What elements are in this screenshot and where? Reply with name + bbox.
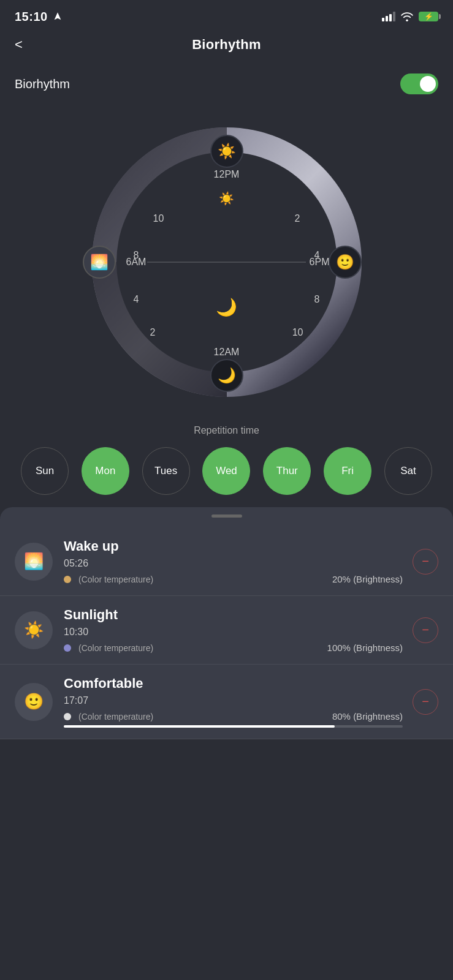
schedule-item: 🙂Comfortable17:07(Color temperature)80% … <box>0 665 453 739</box>
day-btn-mon[interactable]: Mon <box>82 447 129 495</box>
schedule-name: Wake up <box>64 538 403 554</box>
moon-handle[interactable]: 🌙 <box>210 359 243 392</box>
battery-icon: ⚡ <box>419 12 438 21</box>
day-btn-sun[interactable]: Sun <box>21 447 69 495</box>
header: < Biorhythm <box>0 31 453 65</box>
svg-rect-1 <box>386 16 388 21</box>
noon-sun-icon: ☀️ <box>219 191 234 206</box>
delete-button[interactable]: − <box>413 617 438 643</box>
biorhythm-label: Biorhythm <box>15 77 70 91</box>
schedule-name: Sunlight <box>64 607 403 623</box>
schedule-item: 🌅Wake up05:26(Color temperature)20% (Bri… <box>0 527 453 596</box>
clock-wrapper: 12PM 12AM 6AM 6PM 10 2 8 4 4 8 2 10 🌙 ☀️… <box>80 115 374 409</box>
color-temp-label: (Color temperature) <box>78 643 153 653</box>
day-btn-thur[interactable]: Thur <box>263 447 311 495</box>
days-row: SunMonTuesWedThurFriSat <box>15 447 438 495</box>
sun-handle-icon: ☀️ <box>218 143 236 160</box>
schedule-details: (Color temperature)20% (Brightness) <box>64 574 403 584</box>
color-dot <box>64 713 71 720</box>
schedule-icon: 🌅 <box>15 543 53 581</box>
color-dot <box>64 576 71 583</box>
label-4-right: 4 <box>314 250 320 261</box>
delete-button[interactable]: − <box>413 549 438 575</box>
day-btn-sat[interactable]: Sat <box>384 447 432 495</box>
schedule-info: Sunlight10:30(Color temperature)100% (Br… <box>64 607 403 653</box>
day-btn-fri[interactable]: Fri <box>324 447 371 495</box>
schedule-name: Comfortable <box>64 676 403 692</box>
label-8-left: 8 <box>134 250 139 261</box>
page-title: Biorhythm <box>192 37 261 53</box>
clock-section: 12PM 12AM 6AM 6PM 10 2 8 4 4 8 2 10 🌙 ☀️… <box>0 103 453 415</box>
brightness-label: 20% (Brightness) <box>332 574 403 584</box>
sunrise-handle[interactable]: 🌅 <box>83 246 116 279</box>
label-10-bottom: 10 <box>292 327 303 338</box>
svg-rect-3 <box>393 12 395 21</box>
schedule-icon: ☀️ <box>15 611 53 649</box>
color-temp-label: (Color temperature) <box>78 712 153 722</box>
label-2-top: 2 <box>295 213 300 224</box>
bottom-sheet: 🌅Wake up05:26(Color temperature)20% (Bri… <box>0 507 453 739</box>
progress-bar <box>64 725 403 728</box>
day-btn-wed[interactable]: Wed <box>202 447 250 495</box>
biorhythm-toggle-row: Biorhythm <box>0 65 453 103</box>
repetition-label: Repetition time <box>15 425 438 436</box>
location-icon <box>53 12 63 21</box>
repetition-section: Repetition time SunMonTuesWedThurFriSat <box>0 415 453 495</box>
brightness-label: 80% (Brightness) <box>332 711 403 722</box>
smile-handle[interactable]: 🙂 <box>329 246 362 279</box>
color-temp-label: (Color temperature) <box>78 575 153 584</box>
schedule-details: (Color temperature)100% (Brightness) <box>64 643 403 653</box>
svg-rect-2 <box>389 14 392 21</box>
schedule-item: ☀️Sunlight10:30(Color temperature)100% (… <box>0 596 453 665</box>
toggle-knob <box>420 76 436 92</box>
status-icons: ⚡ <box>382 12 438 21</box>
schedule-time: 10:30 <box>64 627 403 638</box>
smile-handle-icon: 🙂 <box>336 254 354 271</box>
moon-handle-icon: 🌙 <box>218 367 236 384</box>
label-midnight: 12AM <box>214 347 240 358</box>
back-button[interactable]: < <box>15 37 23 53</box>
sunrise-handle-icon: 🌅 <box>90 254 108 271</box>
schedule-details: (Color temperature)80% (Brightness) <box>64 711 403 722</box>
label-2-bottom: 2 <box>150 327 156 338</box>
label-4-left: 4 <box>134 294 139 305</box>
biorhythm-toggle[interactable] <box>400 74 438 94</box>
schedule-info: Comfortable17:07(Color temperature)80% (… <box>64 676 403 728</box>
dial-line <box>147 262 306 263</box>
color-dot <box>64 644 71 652</box>
signal-icon <box>382 12 395 21</box>
schedule-info: Wake up05:26(Color temperature)20% (Brig… <box>64 538 403 584</box>
sun-handle[interactable]: ☀️ <box>210 135 243 168</box>
label-8-right: 8 <box>314 294 320 305</box>
status-time: 15:10 <box>15 10 48 24</box>
delete-button[interactable]: − <box>413 689 438 715</box>
sheet-handle <box>211 514 242 518</box>
wifi-icon <box>400 12 414 21</box>
moon-label-icon: 🌙 <box>216 297 237 317</box>
status-bar: 15:10 ⚡ <box>0 0 453 31</box>
clock-inner: 12PM 12AM 6AM 6PM 10 2 8 4 4 8 2 10 🌙 ☀️ <box>116 152 337 372</box>
schedule-time: 17:07 <box>64 695 403 706</box>
day-btn-tues[interactable]: Tues <box>142 447 190 495</box>
brightness-label: 100% (Brightness) <box>327 643 403 653</box>
schedule-icon: 🙂 <box>15 683 53 721</box>
svg-rect-0 <box>382 18 384 21</box>
schedule-time: 05:26 <box>64 558 403 569</box>
progress-fill <box>64 725 335 728</box>
label-10-top: 10 <box>153 213 164 224</box>
label-noon: 12PM <box>214 169 240 180</box>
